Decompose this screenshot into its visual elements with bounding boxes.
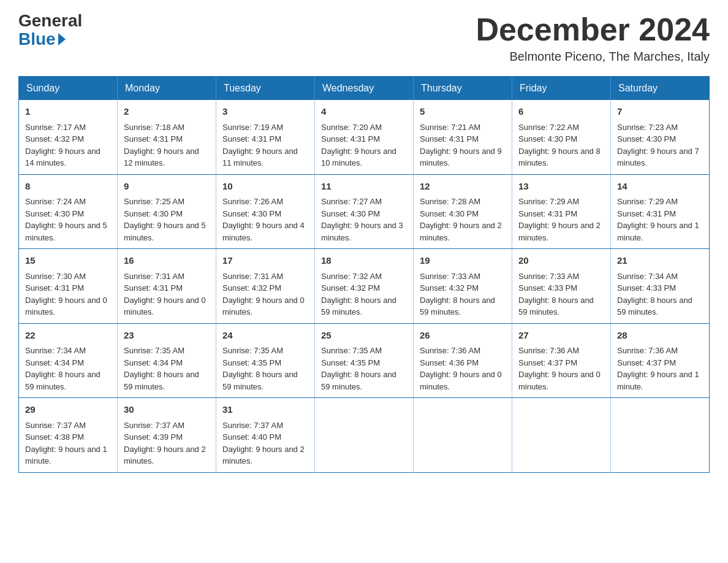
col-friday: Friday [512, 77, 611, 101]
calendar-cell: 10Sunrise: 7:26 AMSunset: 4:30 PMDayligh… [216, 174, 315, 249]
day-number: 9 [124, 180, 210, 194]
day-number: 27 [518, 329, 604, 343]
day-number: 26 [420, 329, 506, 343]
col-sunday: Sunday [19, 77, 118, 101]
day-number: 20 [518, 254, 604, 268]
calendar-cell: 12Sunrise: 7:28 AMSunset: 4:30 PMDayligh… [414, 174, 512, 249]
calendar-cell: 18Sunrise: 7:32 AMSunset: 4:32 PMDayligh… [315, 249, 414, 324]
day-number: 14 [617, 180, 703, 194]
day-number: 4 [321, 105, 407, 119]
calendar-week-row: 29Sunrise: 7:37 AMSunset: 4:38 PMDayligh… [19, 398, 710, 473]
day-number: 1 [25, 105, 111, 119]
day-number: 10 [222, 180, 308, 194]
calendar-table: Sunday Monday Tuesday Wednesday Thursday… [18, 76, 710, 473]
calendar-cell: 13Sunrise: 7:29 AMSunset: 4:31 PMDayligh… [512, 174, 611, 249]
calendar-cell [512, 398, 611, 473]
location: Belmonte Piceno, The Marches, Italy [476, 50, 710, 64]
calendar-cell: 15Sunrise: 7:30 AMSunset: 4:31 PMDayligh… [19, 249, 118, 324]
calendar-cell: 21Sunrise: 7:34 AMSunset: 4:33 PMDayligh… [611, 249, 710, 324]
logo: General Blue [18, 12, 82, 49]
day-number: 2 [124, 105, 210, 119]
page-header: General Blue December 2024 Belmonte Pice… [18, 12, 710, 64]
calendar-week-row: 15Sunrise: 7:30 AMSunset: 4:31 PMDayligh… [19, 249, 710, 324]
day-number: 21 [617, 254, 703, 268]
calendar-cell: 25Sunrise: 7:35 AMSunset: 4:35 PMDayligh… [315, 323, 414, 398]
calendar-week-row: 8Sunrise: 7:24 AMSunset: 4:30 PMDaylight… [19, 174, 710, 249]
day-number: 25 [321, 329, 407, 343]
day-number: 12 [420, 180, 506, 194]
day-number: 8 [25, 180, 111, 194]
calendar-cell: 2Sunrise: 7:18 AMSunset: 4:31 PMDaylight… [118, 100, 216, 174]
calendar-cell: 6Sunrise: 7:22 AMSunset: 4:30 PMDaylight… [512, 100, 611, 174]
calendar-cell: 28Sunrise: 7:36 AMSunset: 4:37 PMDayligh… [611, 323, 710, 398]
calendar-cell: 9Sunrise: 7:25 AMSunset: 4:30 PMDaylight… [118, 174, 216, 249]
calendar-cell: 31Sunrise: 7:37 AMSunset: 4:40 PMDayligh… [216, 398, 315, 473]
calendar-cell: 1Sunrise: 7:17 AMSunset: 4:32 PMDaylight… [19, 100, 118, 174]
day-number: 31 [222, 403, 308, 417]
logo-general-text: General [18, 12, 82, 29]
calendar-cell: 17Sunrise: 7:31 AMSunset: 4:32 PMDayligh… [216, 249, 315, 324]
calendar-cell: 5Sunrise: 7:21 AMSunset: 4:31 PMDaylight… [414, 100, 512, 174]
title-section: December 2024 Belmonte Piceno, The March… [476, 12, 710, 64]
day-number: 19 [420, 254, 506, 268]
calendar-cell: 24Sunrise: 7:35 AMSunset: 4:35 PMDayligh… [216, 323, 315, 398]
calendar-cell: 4Sunrise: 7:20 AMSunset: 4:31 PMDaylight… [315, 100, 414, 174]
col-monday: Monday [118, 77, 216, 101]
calendar-cell: 20Sunrise: 7:33 AMSunset: 4:33 PMDayligh… [512, 249, 611, 324]
calendar-cell: 7Sunrise: 7:23 AMSunset: 4:30 PMDaylight… [611, 100, 710, 174]
day-number: 13 [518, 180, 604, 194]
day-number: 11 [321, 180, 407, 194]
calendar-cell: 11Sunrise: 7:27 AMSunset: 4:30 PMDayligh… [315, 174, 414, 249]
header-row: Sunday Monday Tuesday Wednesday Thursday… [19, 77, 710, 101]
calendar-cell: 26Sunrise: 7:36 AMSunset: 4:36 PMDayligh… [414, 323, 512, 398]
col-thursday: Thursday [414, 77, 512, 101]
col-saturday: Saturday [611, 77, 710, 101]
logo-triangle-icon [58, 33, 66, 45]
day-number: 24 [222, 329, 308, 343]
calendar-week-row: 1Sunrise: 7:17 AMSunset: 4:32 PMDaylight… [19, 100, 710, 174]
calendar-cell [414, 398, 512, 473]
day-number: 23 [124, 329, 210, 343]
calendar-cell: 14Sunrise: 7:29 AMSunset: 4:31 PMDayligh… [611, 174, 710, 249]
calendar-cell: 29Sunrise: 7:37 AMSunset: 4:38 PMDayligh… [19, 398, 118, 473]
day-number: 30 [124, 403, 210, 417]
month-title: December 2024 [476, 12, 710, 47]
calendar-cell: 3Sunrise: 7:19 AMSunset: 4:31 PMDaylight… [216, 100, 315, 174]
day-number: 16 [124, 254, 210, 268]
day-number: 3 [222, 105, 308, 119]
day-number: 17 [222, 254, 308, 268]
calendar-cell: 23Sunrise: 7:35 AMSunset: 4:34 PMDayligh… [118, 323, 216, 398]
day-number: 15 [25, 254, 111, 268]
col-tuesday: Tuesday [216, 77, 315, 101]
calendar-cell [315, 398, 414, 473]
col-wednesday: Wednesday [315, 77, 414, 101]
calendar-week-row: 22Sunrise: 7:34 AMSunset: 4:34 PMDayligh… [19, 323, 710, 398]
day-number: 29 [25, 403, 111, 417]
calendar-cell: 8Sunrise: 7:24 AMSunset: 4:30 PMDaylight… [19, 174, 118, 249]
calendar-cell: 27Sunrise: 7:36 AMSunset: 4:37 PMDayligh… [512, 323, 611, 398]
day-number: 5 [420, 105, 506, 119]
calendar-cell: 22Sunrise: 7:34 AMSunset: 4:34 PMDayligh… [19, 323, 118, 398]
day-number: 28 [617, 329, 703, 343]
calendar-cell: 30Sunrise: 7:37 AMSunset: 4:39 PMDayligh… [118, 398, 216, 473]
calendar-cell [611, 398, 710, 473]
day-number: 22 [25, 329, 111, 343]
day-number: 7 [617, 105, 703, 119]
day-number: 18 [321, 254, 407, 268]
calendar-cell: 19Sunrise: 7:33 AMSunset: 4:32 PMDayligh… [414, 249, 512, 324]
logo-blue-text: Blue [18, 29, 66, 49]
day-number: 6 [518, 105, 604, 119]
calendar-cell: 16Sunrise: 7:31 AMSunset: 4:31 PMDayligh… [118, 249, 216, 324]
